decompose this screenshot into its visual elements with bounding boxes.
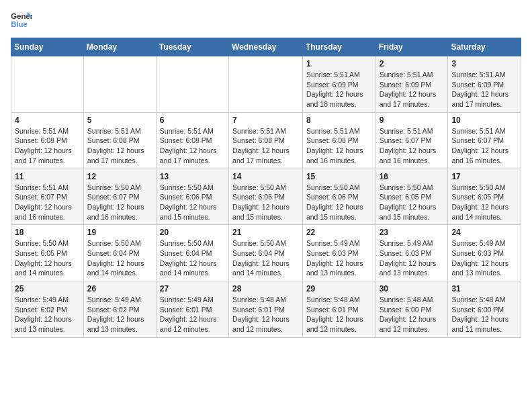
day-number: 17 (451, 172, 517, 181)
day-info: Sunrise: 5:50 AM Sunset: 6:04 PM Dayligh… (232, 238, 299, 278)
day-number: 29 (306, 284, 372, 293)
day-number: 1 (306, 59, 372, 68)
day-number: 10 (451, 116, 517, 125)
calendar-cell: 10Sunrise: 5:51 AM Sunset: 6:07 PM Dayli… (448, 112, 521, 169)
col-header-friday: Friday (375, 38, 448, 56)
col-header-thursday: Thursday (302, 38, 375, 56)
col-header-tuesday: Tuesday (156, 38, 228, 56)
day-number: 6 (160, 116, 225, 125)
day-info: Sunrise: 5:51 AM Sunset: 6:07 PM Dayligh… (451, 126, 517, 166)
logo: General Blue (11, 11, 32, 30)
col-header-sunday: Sunday (11, 38, 84, 56)
day-info: Sunrise: 5:48 AM Sunset: 6:00 PM Dayligh… (451, 295, 517, 334)
day-info: Sunrise: 5:48 AM Sunset: 6:01 PM Dayligh… (232, 295, 299, 334)
calendar-cell (156, 56, 228, 113)
day-info: Sunrise: 5:48 AM Sunset: 6:01 PM Dayligh… (306, 295, 372, 334)
calendar-cell: 27Sunrise: 5:49 AM Sunset: 6:01 PM Dayli… (156, 281, 228, 338)
col-header-wednesday: Wednesday (229, 38, 303, 56)
calendar-cell: 11Sunrise: 5:51 AM Sunset: 6:07 PM Dayli… (11, 169, 84, 225)
calendar-cell (229, 56, 303, 113)
day-info: Sunrise: 5:50 AM Sunset: 6:04 PM Dayligh… (87, 238, 152, 278)
day-info: Sunrise: 5:49 AM Sunset: 6:02 PM Dayligh… (15, 295, 80, 334)
day-number: 20 (160, 228, 225, 237)
day-info: Sunrise: 5:51 AM Sunset: 6:08 PM Dayligh… (160, 126, 225, 166)
day-number: 30 (380, 284, 445, 293)
day-info: Sunrise: 5:51 AM Sunset: 6:08 PM Dayligh… (306, 126, 372, 166)
calendar-cell: 6Sunrise: 5:51 AM Sunset: 6:08 PM Daylig… (156, 112, 228, 169)
day-info: Sunrise: 5:51 AM Sunset: 6:07 PM Dayligh… (15, 183, 80, 222)
day-number: 25 (15, 284, 80, 293)
day-number: 24 (451, 228, 517, 237)
day-number: 23 (380, 228, 445, 237)
calendar-cell: 13Sunrise: 5:50 AM Sunset: 6:06 PM Dayli… (156, 169, 228, 225)
day-info: Sunrise: 5:49 AM Sunset: 6:03 PM Dayligh… (306, 238, 372, 278)
calendar-cell: 31Sunrise: 5:48 AM Sunset: 6:00 PM Dayli… (448, 281, 521, 338)
day-number: 4 (15, 116, 80, 125)
calendar-cell: 19Sunrise: 5:50 AM Sunset: 6:04 PM Dayli… (83, 225, 156, 281)
calendar-cell: 3Sunrise: 5:51 AM Sunset: 6:09 PM Daylig… (448, 56, 521, 113)
day-number: 16 (380, 172, 445, 181)
calendar-cell: 16Sunrise: 5:50 AM Sunset: 6:05 PM Dayli… (375, 169, 448, 225)
calendar-cell: 29Sunrise: 5:48 AM Sunset: 6:01 PM Dayli… (302, 281, 375, 338)
day-info: Sunrise: 5:50 AM Sunset: 6:05 PM Dayligh… (380, 183, 445, 222)
calendar-cell (11, 56, 84, 113)
day-number: 22 (306, 228, 372, 237)
day-info: Sunrise: 5:51 AM Sunset: 6:09 PM Dayligh… (380, 70, 445, 109)
svg-text:Blue: Blue (11, 20, 28, 28)
calendar-cell: 24Sunrise: 5:49 AM Sunset: 6:03 PM Dayli… (448, 225, 521, 281)
day-info: Sunrise: 5:49 AM Sunset: 6:03 PM Dayligh… (380, 238, 445, 278)
calendar-cell: 18Sunrise: 5:50 AM Sunset: 6:05 PM Dayli… (11, 225, 84, 281)
calendar-cell: 4Sunrise: 5:51 AM Sunset: 6:08 PM Daylig… (11, 112, 84, 169)
calendar-cell: 5Sunrise: 5:51 AM Sunset: 6:08 PM Daylig… (83, 112, 156, 169)
day-number: 28 (232, 284, 299, 293)
day-number: 13 (160, 172, 225, 181)
col-header-saturday: Saturday (448, 38, 521, 56)
logo-icon: General Blue (11, 11, 32, 30)
calendar-cell: 25Sunrise: 5:49 AM Sunset: 6:02 PM Dayli… (11, 281, 84, 338)
calendar-cell: 30Sunrise: 5:48 AM Sunset: 6:00 PM Dayli… (375, 281, 448, 338)
day-info: Sunrise: 5:51 AM Sunset: 6:08 PM Dayligh… (87, 126, 152, 166)
calendar-cell: 12Sunrise: 5:50 AM Sunset: 6:07 PM Dayli… (83, 169, 156, 225)
day-number: 12 (87, 172, 152, 181)
day-number: 27 (160, 284, 225, 293)
day-info: Sunrise: 5:50 AM Sunset: 6:05 PM Dayligh… (451, 183, 517, 222)
calendar-cell: 1Sunrise: 5:51 AM Sunset: 6:09 PM Daylig… (302, 56, 375, 113)
page-header: General Blue (11, 11, 521, 30)
calendar-cell: 20Sunrise: 5:50 AM Sunset: 6:04 PM Dayli… (156, 225, 228, 281)
day-number: 15 (306, 172, 372, 181)
calendar-cell: 26Sunrise: 5:49 AM Sunset: 6:02 PM Dayli… (83, 281, 156, 338)
calendar-table: SundayMondayTuesdayWednesdayThursdayFrid… (11, 38, 521, 338)
calendar-cell: 28Sunrise: 5:48 AM Sunset: 6:01 PM Dayli… (229, 281, 303, 338)
day-info: Sunrise: 5:50 AM Sunset: 6:07 PM Dayligh… (87, 183, 152, 222)
day-number: 11 (15, 172, 80, 181)
day-number: 14 (232, 172, 299, 181)
day-info: Sunrise: 5:51 AM Sunset: 6:08 PM Dayligh… (232, 126, 299, 166)
day-number: 2 (380, 59, 445, 68)
day-info: Sunrise: 5:49 AM Sunset: 6:01 PM Dayligh… (160, 295, 225, 334)
day-info: Sunrise: 5:50 AM Sunset: 6:06 PM Dayligh… (232, 183, 299, 222)
calendar-cell: 9Sunrise: 5:51 AM Sunset: 6:07 PM Daylig… (375, 112, 448, 169)
calendar-cell: 14Sunrise: 5:50 AM Sunset: 6:06 PM Dayli… (229, 169, 303, 225)
calendar-cell: 2Sunrise: 5:51 AM Sunset: 6:09 PM Daylig… (375, 56, 448, 113)
day-info: Sunrise: 5:51 AM Sunset: 6:07 PM Dayligh… (380, 126, 445, 166)
day-number: 9 (380, 116, 445, 125)
calendar-cell: 17Sunrise: 5:50 AM Sunset: 6:05 PM Dayli… (448, 169, 521, 225)
day-info: Sunrise: 5:49 AM Sunset: 6:02 PM Dayligh… (87, 295, 152, 334)
calendar-cell: 8Sunrise: 5:51 AM Sunset: 6:08 PM Daylig… (302, 112, 375, 169)
day-number: 19 (87, 228, 152, 237)
day-info: Sunrise: 5:51 AM Sunset: 6:09 PM Dayligh… (451, 70, 517, 109)
day-info: Sunrise: 5:50 AM Sunset: 6:05 PM Dayligh… (15, 238, 80, 278)
day-info: Sunrise: 5:50 AM Sunset: 6:06 PM Dayligh… (160, 183, 225, 222)
day-info: Sunrise: 5:48 AM Sunset: 6:00 PM Dayligh… (380, 295, 445, 334)
calendar-cell: 22Sunrise: 5:49 AM Sunset: 6:03 PM Dayli… (302, 225, 375, 281)
calendar-cell: 21Sunrise: 5:50 AM Sunset: 6:04 PM Dayli… (229, 225, 303, 281)
day-info: Sunrise: 5:51 AM Sunset: 6:08 PM Dayligh… (15, 126, 80, 166)
day-info: Sunrise: 5:50 AM Sunset: 6:04 PM Dayligh… (160, 238, 225, 278)
calendar-cell: 23Sunrise: 5:49 AM Sunset: 6:03 PM Dayli… (375, 225, 448, 281)
day-number: 3 (451, 59, 517, 68)
col-header-monday: Monday (83, 38, 156, 56)
day-number: 31 (451, 284, 517, 293)
calendar-cell: 15Sunrise: 5:50 AM Sunset: 6:06 PM Dayli… (302, 169, 375, 225)
day-info: Sunrise: 5:49 AM Sunset: 6:03 PM Dayligh… (451, 238, 517, 278)
day-number: 18 (15, 228, 80, 237)
